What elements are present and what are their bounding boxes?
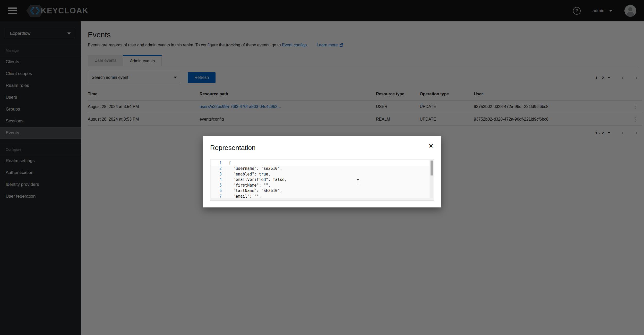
line-number: 3 — [211, 172, 226, 177]
line-number: 6 — [211, 188, 226, 193]
editor-scrollbar-thumb[interactable] — [431, 161, 433, 175]
line-number: 1 — [211, 161, 226, 165]
code-line: 2 "username": "se2610", — [211, 166, 430, 172]
modal-title: Representation — [210, 144, 434, 152]
code-text: { — [226, 160, 430, 166]
close-icon[interactable]: ✕ — [429, 143, 433, 149]
line-number: 2 — [211, 166, 226, 171]
line-number: 7 — [211, 194, 226, 198]
code-line: 1 { — [211, 160, 430, 166]
code-line: 6 "lastName": "SE2610", — [211, 188, 430, 194]
code-line: 7 "email": "", — [211, 194, 430, 198]
code-text: "email": "", — [226, 194, 430, 198]
code-line: 4 "emailVerified": false, — [211, 177, 430, 183]
keycloak-admin-console: KEYCLOAK ? admin Expertflow Manage Clien… — [0, 0, 644, 335]
code-text: "username": "se2610", — [226, 166, 430, 172]
code-text: "lastName": "SE2610", — [226, 188, 430, 194]
editor-scrollbar[interactable] — [430, 160, 433, 198]
code-editor-frame: 1 { 2 "username": "se2610", 3 "enabled":… — [210, 159, 434, 201]
line-number: 4 — [211, 177, 226, 182]
line-number: 5 — [211, 183, 226, 188]
code-text: "firstName": "", — [226, 182, 430, 188]
code-text: "emailVerified": false, — [226, 177, 430, 183]
code-text: "enabled": true, — [226, 171, 430, 177]
representation-modal: Representation ✕ 1 { 2 "username": "se26… — [203, 136, 441, 207]
code-editor[interactable]: 1 { 2 "username": "se2610", 3 "enabled":… — [211, 160, 430, 198]
code-line: 3 "enabled": true, — [211, 171, 430, 177]
code-line: 5 "firstName": "", — [211, 182, 430, 188]
